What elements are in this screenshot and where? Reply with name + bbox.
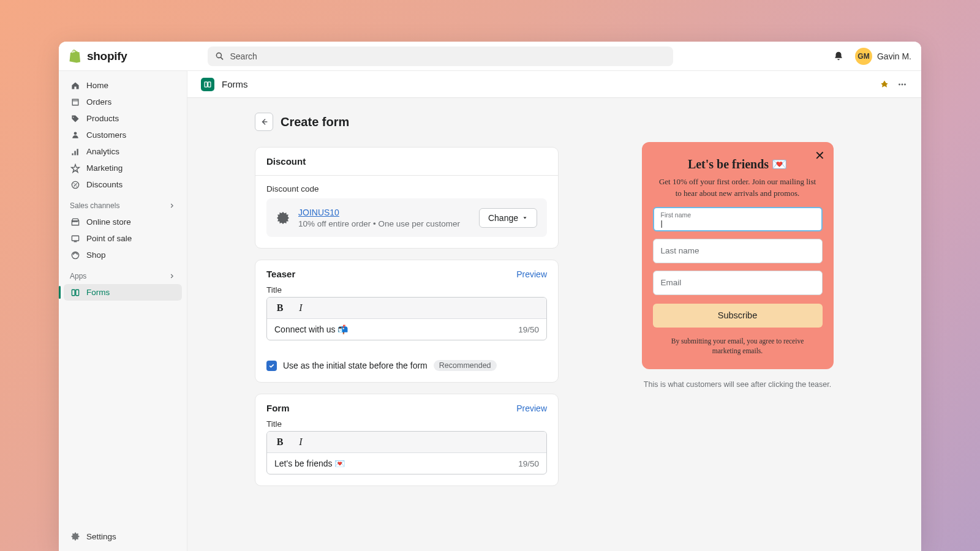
italic-button[interactable]: I <box>294 301 307 315</box>
main-area: Forms Create form Discount <box>187 71 921 551</box>
form-preview: ✕ Let's be friends 💌 Get 10% off your fi… <box>642 142 834 369</box>
teaser-card: Teaser Preview Title B I C <box>255 260 559 383</box>
card-title: Teaser <box>266 269 295 279</box>
user-menu[interactable]: GM Gavin M. <box>855 48 911 65</box>
title-input[interactable]: Connect with us 📬 19/50 <box>267 319 546 340</box>
nav-pos[interactable]: Point of sale <box>64 230 182 247</box>
field-label: Discount code <box>266 184 547 193</box>
nav-customers[interactable]: Customers <box>64 127 182 143</box>
preview-link[interactable]: Preview <box>516 403 547 413</box>
preview-link[interactable]: Preview <box>516 269 547 279</box>
forms-icon <box>70 287 80 298</box>
chevron-right-icon[interactable] <box>168 272 176 280</box>
discount-description: 10% off entire order • One use per custo… <box>298 219 470 228</box>
email-input[interactable]: Email <box>653 271 823 295</box>
checkbox-label: Use as the initial state before the form <box>283 361 428 370</box>
nav-shop[interactable]: Shop <box>64 247 182 263</box>
nav-label: Point of sale <box>86 234 132 243</box>
shopify-icon <box>69 49 83 64</box>
first-name-input[interactable]: First name | <box>653 207 823 231</box>
nav-discounts[interactable]: Discounts <box>64 176 182 193</box>
nav-forms[interactable]: Forms <box>64 284 182 301</box>
app-title: Forms <box>222 79 248 89</box>
nav-label: Discounts <box>86 180 123 189</box>
svg-point-10 <box>904 83 906 85</box>
nav-analytics[interactable]: Analytics <box>64 143 182 160</box>
marketing-icon <box>70 163 80 173</box>
nav-label: Marketing <box>86 163 123 173</box>
check-icon <box>268 362 275 369</box>
card-title: Discount <box>255 148 558 176</box>
discount-icon <box>276 211 290 225</box>
svg-rect-3 <box>72 236 78 241</box>
close-icon[interactable]: ✕ <box>815 149 825 162</box>
change-button[interactable]: Change <box>479 208 537 228</box>
avatar: GM <box>855 48 872 65</box>
discount-box: JOINUS10 10% off entire order • One use … <box>266 198 547 237</box>
analytics-icon <box>70 146 80 157</box>
card-title: Form <box>266 403 290 413</box>
subscribe-button[interactable]: Subscribe <box>653 304 823 328</box>
subheader: Forms <box>187 71 921 98</box>
pin-icon[interactable] <box>880 80 889 89</box>
nav-orders[interactable]: Orders <box>64 94 182 110</box>
app-icon <box>201 78 214 91</box>
input-value: Let's be friends 💌 <box>274 459 345 468</box>
initial-state-checkbox[interactable] <box>266 361 277 371</box>
back-button[interactable] <box>255 113 273 131</box>
nav-label: Online store <box>86 217 131 227</box>
brand-logo[interactable]: shopify <box>69 49 127 64</box>
svg-point-1 <box>74 183 75 184</box>
bold-button[interactable]: B <box>273 301 287 315</box>
recommended-badge: Recommended <box>434 360 497 371</box>
italic-button[interactable]: I <box>294 435 307 449</box>
orders-icon <box>70 97 80 107</box>
nav-label: Home <box>86 81 108 90</box>
nav-online-store[interactable]: Online store <box>64 214 182 230</box>
products-icon <box>70 113 80 124</box>
gear-icon <box>70 531 80 542</box>
field-label: Title <box>266 419 547 429</box>
search-input[interactable]: Search <box>208 47 673 66</box>
nav-marketing[interactable]: Marketing <box>64 160 182 176</box>
nav-label: Products <box>86 114 119 123</box>
nav-label: Forms <box>86 288 110 297</box>
apps-header: Apps <box>64 263 182 284</box>
bold-button[interactable]: B <box>273 435 287 449</box>
nav-label: Orders <box>86 97 111 107</box>
nav-label: Customers <box>86 130 126 140</box>
form-card: Form Preview Title B I Let <box>255 394 559 486</box>
more-icon[interactable] <box>897 79 908 90</box>
search-placeholder: Search <box>230 51 257 61</box>
char-count: 19/50 <box>518 459 539 468</box>
input-value: Connect with us 📬 <box>274 324 349 334</box>
customers-icon <box>70 130 80 140</box>
page-title-row: Create form <box>255 113 559 131</box>
title-input[interactable]: Let's be friends 💌 19/50 <box>267 453 546 474</box>
shop-icon <box>70 250 80 260</box>
user-name: Gavin M. <box>877 51 911 61</box>
nav-label: Settings <box>86 532 116 541</box>
nav-settings[interactable]: Settings <box>64 528 182 545</box>
brand-name: shopify <box>87 50 127 63</box>
app-window: shopify Search GM Gavin M. Home Orders P… <box>59 42 921 551</box>
page-title: Create form <box>281 115 349 129</box>
svg-rect-5 <box>75 290 78 296</box>
field-label: Title <box>266 285 547 294</box>
caret-down-icon <box>522 215 528 221</box>
sidebar: Home Orders Products Customers Analytics… <box>59 71 187 551</box>
last-name-input[interactable]: Last name <box>653 239 823 263</box>
svg-point-9 <box>902 83 903 85</box>
discounts-icon <box>70 179 80 190</box>
nav-home[interactable]: Home <box>64 77 182 94</box>
discount-code-link[interactable]: JOINUS10 <box>298 208 339 217</box>
bell-icon[interactable] <box>833 51 844 62</box>
discount-card: Discount Discount code JOINUS10 10% off … <box>255 147 559 249</box>
svg-rect-4 <box>72 290 75 296</box>
nav-products[interactable]: Products <box>64 110 182 127</box>
svg-rect-6 <box>205 81 207 86</box>
chevron-right-icon[interactable] <box>168 202 176 209</box>
pos-icon <box>70 233 80 244</box>
preview-subtitle: Get 10% off your first order. Join our m… <box>653 176 823 200</box>
svg-point-8 <box>899 83 900 85</box>
